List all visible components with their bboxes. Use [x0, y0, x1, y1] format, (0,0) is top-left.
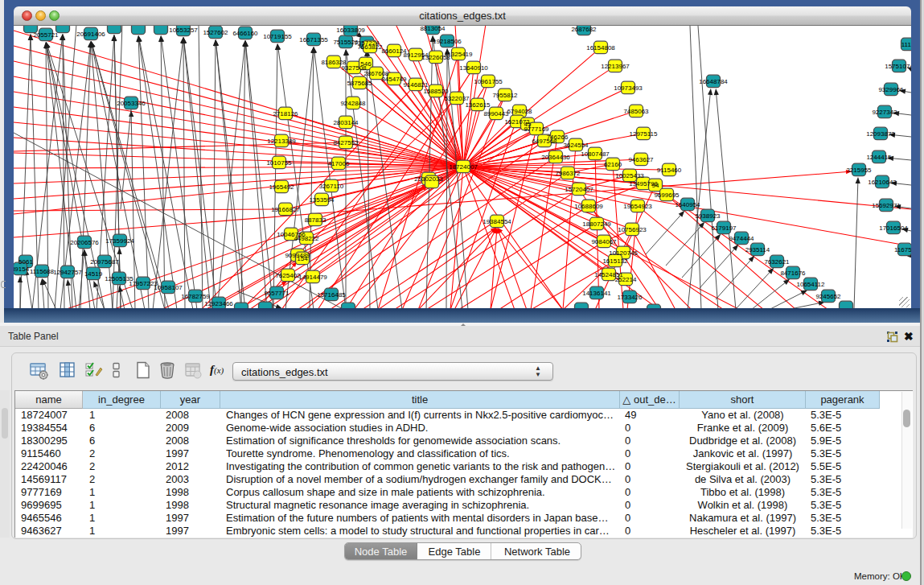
- svg-text:10688609: 10688609: [574, 203, 603, 210]
- svg-text:1353594: 1353594: [309, 196, 335, 204]
- svg-text:1527602: 1527602: [203, 29, 228, 36]
- svg-text:6179197: 6179197: [711, 225, 737, 232]
- svg-text:8427552: 8427552: [333, 139, 359, 146]
- svg-text:7625402: 7625402: [275, 272, 301, 279]
- svg-text:12213967: 12213967: [601, 63, 630, 70]
- svg-text:9245652: 9245652: [815, 293, 841, 300]
- svg-text:10958107: 10958107: [154, 284, 183, 291]
- svg-text:9657771: 9657771: [264, 290, 290, 297]
- svg-text:7986372: 7986372: [555, 170, 581, 177]
- svg-text:10719155: 10719155: [263, 33, 292, 40]
- svg-text:887833: 887833: [305, 216, 326, 224]
- svg-text:1117: 1117: [901, 41, 911, 48]
- svg-text:9474444: 9474444: [729, 235, 754, 242]
- svg-text:3267110: 3267110: [319, 183, 344, 190]
- svg-text:1362615: 1362615: [465, 101, 491, 109]
- svg-text:18807249: 18807249: [582, 220, 611, 228]
- svg-text:13640910: 13640910: [459, 64, 488, 72]
- svg-text:2718126: 2718126: [273, 110, 298, 117]
- svg-text:20206576: 20206576: [70, 239, 99, 246]
- svg-text:15751074: 15751074: [885, 63, 911, 70]
- svg-text:5875685: 5875685: [347, 80, 372, 87]
- svg-text:8990443: 8990443: [483, 110, 509, 117]
- svg-text:1115688: 1115688: [30, 268, 55, 275]
- svg-text:19384554: 19384554: [483, 218, 511, 225]
- svg-text:5061: 5061: [18, 258, 33, 266]
- svg-text:2055721: 2055721: [33, 31, 59, 39]
- svg-text:16671355: 16671355: [299, 36, 328, 43]
- svg-text:546: 546: [360, 60, 372, 68]
- svg-text:14519: 14519: [84, 270, 103, 278]
- svg-text:12923466: 12923466: [204, 300, 233, 307]
- svg-text:15720407: 15720407: [565, 186, 593, 193]
- svg-text:9084067: 9084067: [591, 238, 617, 245]
- svg-text:20053346: 20053346: [117, 100, 146, 107]
- svg-text:6497568: 6497568: [532, 138, 557, 145]
- svg-text:20691406: 20691406: [76, 31, 105, 38]
- svg-text:12942757: 12942757: [53, 269, 82, 276]
- svg-text:17359924: 17359924: [105, 237, 134, 245]
- svg-text:10654112: 10654112: [797, 281, 826, 288]
- svg-text:10120746: 10120746: [609, 249, 638, 257]
- svg-text:9242848: 9242848: [340, 100, 366, 107]
- svg-text:2687682: 2687682: [571, 26, 597, 33]
- svg-text:9115460: 9115460: [657, 167, 682, 174]
- svg-text:1965492: 1965492: [269, 183, 294, 191]
- svg-text:16648784: 16648784: [699, 78, 728, 85]
- svg-text:12213389: 12213389: [267, 138, 296, 145]
- svg-text:11325419: 11325419: [445, 51, 474, 58]
- svg-text:14914479: 14914479: [298, 274, 327, 281]
- svg-text:19654923: 19654923: [623, 203, 652, 210]
- svg-text:6466160: 6466160: [232, 30, 258, 37]
- svg-text:62160: 62160: [604, 161, 622, 168]
- svg-text:6794028: 6794028: [507, 108, 532, 115]
- svg-text:10807487: 10807487: [581, 150, 610, 158]
- svg-text:19218506: 19218506: [433, 38, 462, 45]
- svg-text:417006: 417006: [328, 160, 350, 167]
- svg-text:19166827: 19166827: [271, 206, 300, 213]
- svg-text:9227342: 9227342: [872, 109, 897, 116]
- svg-text:25302033: 25302033: [414, 175, 443, 183]
- svg-text:16154808: 16154808: [586, 44, 615, 51]
- svg-text:12093873: 12093873: [866, 130, 895, 138]
- svg-text:12975115: 12975115: [630, 130, 659, 138]
- svg-text:252214: 252214: [615, 276, 637, 283]
- svg-text:9777169: 9777169: [524, 126, 549, 133]
- svg-text:10025433: 10025433: [615, 172, 644, 179]
- svg-text:9463627: 9463627: [628, 156, 654, 163]
- svg-text:9329966: 9329966: [878, 86, 904, 93]
- svg-text:1615132: 1615132: [602, 257, 628, 265]
- svg-text:7632621: 7632621: [764, 258, 790, 266]
- svg-text:116753: 116753: [894, 246, 911, 253]
- svg-text:5938923: 5938923: [695, 212, 721, 220]
- svg-text:10961755: 10961755: [474, 78, 503, 85]
- svg-text:14136141: 14136141: [582, 290, 611, 297]
- svg-text:1733426: 1733426: [617, 294, 643, 301]
- svg-text:7485063: 7485063: [623, 108, 649, 115]
- svg-text:8813054: 8813054: [420, 26, 446, 32]
- svg-text:18724007: 18724007: [449, 163, 478, 171]
- svg-text:94: 94: [652, 182, 659, 189]
- svg-text:16782759: 16782759: [181, 293, 210, 300]
- svg-text:4498222: 4498222: [294, 235, 319, 242]
- svg-text:2803144: 2803144: [333, 119, 359, 126]
- svg-text:154: 154: [297, 255, 308, 262]
- svg-text:1640954: 1640954: [675, 201, 700, 208]
- svg-text:10973493: 10973493: [614, 84, 643, 92]
- svg-text:9699695: 9699695: [654, 192, 680, 199]
- svg-text:15692971: 15692971: [872, 202, 901, 209]
- svg-text:8471676: 8471676: [780, 270, 806, 277]
- svg-text:1588520: 1588520: [423, 88, 449, 95]
- svg-text:16210643: 16210643: [868, 179, 897, 186]
- svg-text:10756923: 10756923: [618, 226, 647, 233]
- svg-text:1010755: 1010755: [266, 159, 292, 167]
- svg-text:2935114: 2935114: [745, 246, 770, 253]
- svg-text:1244415: 1244415: [866, 154, 892, 161]
- svg-text:7663822: 7663822: [357, 43, 383, 51]
- svg-text:3624554: 3624554: [563, 142, 589, 149]
- svg-text:16033809: 16033809: [336, 27, 365, 34]
- svg-text:20364436: 20364436: [541, 154, 570, 161]
- svg-text:15716485: 15716485: [317, 291, 346, 299]
- svg-text:3215955: 3215955: [846, 167, 872, 174]
- svg-text:17016504: 17016504: [879, 225, 908, 232]
